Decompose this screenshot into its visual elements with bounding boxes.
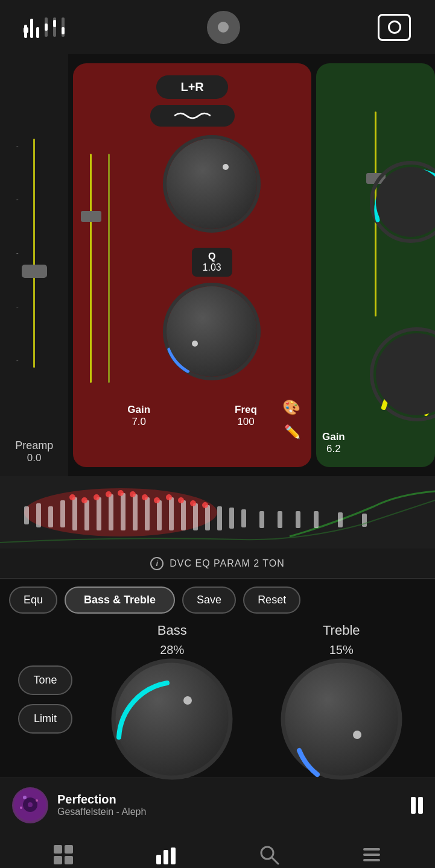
paint-icon[interactable]: 🎨 (282, 399, 300, 416)
preamp-value: 0.0 (15, 452, 53, 464)
svg-point-44 (130, 491, 136, 497)
eq-knob-1[interactable] (167, 139, 257, 229)
svg-rect-25 (157, 500, 162, 530)
svg-point-52 (283, 661, 400, 778)
waveform-button[interactable] (150, 105, 235, 127)
svg-point-42 (106, 491, 112, 497)
nav-grid-icon[interactable] (52, 844, 74, 868)
svg-point-39 (69, 494, 75, 500)
svg-rect-61 (54, 856, 62, 864)
svg-line-67 (271, 857, 278, 864)
svg-rect-36 (314, 511, 319, 528)
svg-point-43 (118, 490, 124, 496)
svg-rect-31 (229, 508, 234, 529)
svg-rect-63 (156, 855, 161, 864)
limit-button[interactable]: Limit (18, 704, 72, 734)
svg-rect-3 (53, 20, 56, 27)
bass-treble-area: Tone Limit Bass 28% Treble 15% (0, 621, 435, 778)
svg-rect-19 (84, 500, 89, 530)
preamp-strip: - - - - - Preamp 0.0 (0, 54, 68, 476)
svg-rect-38 (362, 514, 367, 527)
nav-menu-icon[interactable] (361, 844, 383, 868)
bass-knob[interactable] (115, 662, 229, 776)
svg-rect-1 (45, 24, 48, 31)
reset-button[interactable]: Reset (243, 587, 300, 614)
top-bar (0, 0, 435, 54)
svg-rect-35 (296, 511, 300, 528)
svg-rect-26 (169, 497, 174, 530)
svg-rect-15 (36, 503, 41, 527)
surround-icon[interactable] (378, 14, 411, 41)
bass-treble-button[interactable]: Bass & Treble (65, 587, 175, 614)
svg-rect-65 (171, 848, 176, 864)
pause-button[interactable] (411, 797, 423, 814)
svg-rect-16 (48, 506, 53, 527)
right-eq-panel: Gain 6.2 (316, 63, 435, 467)
svg-rect-69 (363, 854, 380, 856)
svg-point-57 (36, 799, 38, 802)
center-eq-panel: L+R (73, 63, 311, 467)
bass-value: 28% (160, 643, 184, 657)
svg-point-56 (23, 796, 27, 799)
album-art[interactable] (12, 787, 48, 823)
nav-search-icon[interactable] (258, 844, 280, 868)
save-button[interactable]: Save (182, 587, 236, 614)
svg-rect-14 (24, 506, 29, 524)
treble-knob[interactable] (284, 662, 399, 776)
tone-button[interactable]: Tone (18, 665, 72, 695)
svg-point-50 (202, 502, 208, 508)
nav-chart-icon[interactable] (155, 844, 177, 868)
svg-point-46 (154, 497, 160, 503)
svg-rect-20 (97, 497, 101, 530)
svg-rect-59 (54, 845, 62, 854)
svg-rect-23 (133, 494, 138, 530)
svg-rect-5 (62, 27, 65, 34)
svg-rect-34 (278, 511, 282, 528)
bass-label: Bass (157, 623, 187, 638)
mode-selector[interactable] (207, 11, 240, 44)
svg-rect-22 (121, 493, 125, 530)
svg-rect-37 (338, 512, 343, 527)
svg-rect-27 (181, 500, 186, 530)
bass-section: Bass 28% (97, 623, 248, 776)
treble-section: Treble 15% (266, 623, 418, 776)
svg-rect-68 (363, 848, 380, 851)
svg-rect-70 (363, 859, 380, 861)
svg-point-48 (178, 497, 184, 503)
right-gain-label: Gain (322, 431, 345, 443)
svg-rect-24 (145, 497, 150, 530)
info-icon: i (150, 557, 164, 570)
left-side-buttons: Tone Limit (18, 665, 72, 734)
right-gain-value: 6.2 (322, 443, 345, 455)
svg-rect-30 (217, 506, 222, 530)
svg-point-9 (376, 167, 435, 237)
track-info: Perfection Gesaffelstein - Aleph (57, 793, 402, 817)
eq-knob-2[interactable] (167, 286, 257, 377)
preamp-label: Preamp (15, 439, 53, 452)
svg-point-58 (20, 807, 22, 809)
svg-point-40 (81, 497, 87, 503)
bottom-nav (0, 832, 435, 868)
treble-value: 15% (329, 643, 354, 657)
svg-rect-29 (205, 505, 210, 530)
svg-rect-64 (164, 850, 168, 864)
svg-point-55 (28, 802, 33, 807)
treble-label: Treble (323, 623, 360, 638)
svg-rect-17 (60, 500, 65, 527)
svg-point-51 (113, 661, 230, 778)
info-bar: i DVC EQ PARAM 2 TON (0, 549, 435, 579)
pencil-icon[interactable]: ✏️ (284, 424, 300, 440)
svg-rect-62 (65, 856, 73, 864)
svg-rect-33 (259, 511, 264, 528)
equ-button[interactable]: Equ (9, 587, 57, 614)
info-text: DVC EQ PARAM 2 TON (170, 558, 284, 569)
eq-bottom-labels: Gain 7.0 Freq 100 (85, 404, 299, 428)
mixer-icon[interactable] (24, 16, 69, 38)
svg-point-41 (94, 494, 100, 500)
q-badge: Q 1.03 (192, 248, 232, 277)
svg-rect-28 (193, 503, 198, 530)
spectrum-area (0, 476, 435, 549)
svg-rect-60 (65, 845, 73, 854)
channel-button[interactable]: L+R (156, 75, 227, 99)
svg-point-49 (190, 500, 196, 506)
